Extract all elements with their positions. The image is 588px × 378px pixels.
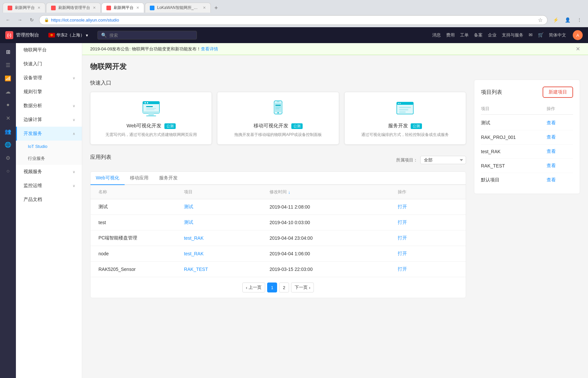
tab-close-2[interactable]: ✕	[93, 6, 96, 10]
extensions-button[interactable]: ⚡	[550, 15, 561, 25]
menu-button[interactable]: ⋮	[574, 15, 585, 25]
nav-email-icon[interactable]: ✉	[529, 32, 533, 38]
proj-row3-action[interactable]: 查看	[547, 149, 573, 155]
col-header-name: 名称	[98, 189, 184, 195]
tab-close-3[interactable]: ✕	[136, 6, 139, 10]
sidebar-label-data-analysis: 数据分析	[24, 103, 42, 109]
row5-action[interactable]: 打开	[398, 266, 458, 272]
quick-card-service[interactable]: 服务开发 公测 通过可视化编排的方式，轻松控制设备或生成服务	[344, 92, 466, 145]
tab-close-1[interactable]: ✕	[37, 6, 40, 10]
sidebar-item-docs[interactable]: 产品文档	[16, 193, 82, 207]
row5-project[interactable]: RAK_TEST	[184, 267, 269, 272]
sidebar-item-monitor[interactable]: 监控运维 ∨	[16, 179, 82, 193]
row2-project[interactable]: 测试	[184, 220, 269, 225]
row1-project[interactable]: 测试	[184, 204, 269, 210]
sidebar-icon-circle[interactable]: ○	[2, 165, 14, 177]
user-button[interactable]: 👤	[562, 15, 573, 25]
tab-web-viz[interactable]: Web可视化	[90, 172, 125, 185]
nav-cart-icon[interactable]: 🛒	[538, 32, 544, 38]
sidebar-icon-grid[interactable]: ⊞	[2, 46, 14, 58]
row2-action[interactable]: 打开	[398, 220, 458, 225]
quick-card-web[interactable]: Web可视化开发 公测 无需写代码，通过可视化的方式搭建物联网网页应用	[90, 92, 212, 145]
row1-action[interactable]: 打开	[398, 204, 458, 210]
chevron-video: ∨	[73, 170, 75, 174]
sidebar-item-data-analysis[interactable]: 数据分析 ∨	[16, 99, 82, 113]
nav-language[interactable]: 简体中文	[549, 32, 566, 38]
sidebar-icon-globe[interactable]: 🌐	[2, 139, 14, 151]
proj-row2-action[interactable]: 查看	[547, 134, 573, 140]
sidebar-icon-settings[interactable]: ⚙	[2, 152, 14, 164]
nav-enterprise[interactable]: 企业	[488, 32, 497, 38]
lock-icon: 🔒	[44, 18, 49, 22]
row4-name: node	[98, 251, 184, 256]
tab-service-dev[interactable]: 服务开发	[154, 172, 183, 185]
page-2-button[interactable]: 2	[279, 283, 289, 292]
sidebar-icon-dot[interactable]: ●	[2, 99, 14, 111]
refresh-button[interactable]: ↻	[27, 15, 36, 25]
sidebar-icon-x[interactable]: ✕	[2, 112, 14, 124]
forward-button[interactable]: →	[15, 15, 25, 25]
svg-rect-19	[399, 107, 411, 108]
tab-close-4[interactable]: ✕	[203, 6, 206, 10]
sidebar-section: 物联网平台 快速入门 设备管理 ∨ 规则引擎 数据分析 ∨ 边缘计算	[16, 43, 82, 207]
web-card-icon	[141, 99, 161, 119]
logo-icon: (-)	[5, 31, 13, 39]
nav-cost[interactable]: 费用	[446, 32, 455, 38]
search-box[interactable]: 🔍	[97, 31, 197, 39]
col-header-project: 项目	[184, 189, 269, 195]
row4-project[interactable]: test_RAK	[184, 251, 269, 256]
sidebar-icon-wifi[interactable]: 📶	[2, 72, 14, 84]
sidebar-item-industry-service[interactable]: 行业服务	[16, 152, 82, 165]
table-row: 测试 测试 2019-04-11 2:08:00 打开	[90, 199, 466, 215]
row3-project[interactable]: test_RAK	[184, 235, 269, 241]
sidebar-item-dev-service[interactable]: 开发服务 ∧	[16, 127, 82, 141]
next-page-button[interactable]: 下一页 ›	[291, 283, 314, 292]
prev-page-button[interactable]: ‹ 上一页	[242, 283, 265, 292]
user-avatar[interactable]: A	[573, 30, 583, 40]
table-row: test 测试 2019-04-10 0:03:00 打开	[90, 215, 466, 230]
announcement-close[interactable]: ✕	[576, 46, 580, 52]
tab-4[interactable]: LoKaWAN智能网所_服住实我... ✕	[145, 3, 211, 13]
sidebar-item-iot-studio[interactable]: IoT Studio	[16, 141, 82, 152]
announcement-link[interactable]: 查看详情	[201, 46, 218, 52]
nav-ticket[interactable]: 工单	[460, 32, 469, 38]
new-project-button[interactable]: 新建项目	[543, 87, 573, 98]
proj-row1-action[interactable]: 查看	[547, 120, 573, 126]
sidebar-item-quickstart[interactable]: 快速入门	[16, 57, 82, 71]
tab-2[interactable]: 刷新网络管理平台 ✕	[46, 3, 101, 13]
back-button[interactable]: ←	[3, 15, 13, 25]
tab-mobile-app[interactable]: 移动应用	[125, 172, 154, 185]
sidebar-icon-menu[interactable]: ☰	[2, 59, 14, 71]
url-bar[interactable]: 🔒 https://iot.console.aliyun.com/studio …	[39, 15, 548, 25]
filter-select[interactable]: 全部 测试 RAK_PROJ_001 test_RAK RAK_TEST 默认项…	[420, 156, 466, 164]
sidebar-item-video[interactable]: 视频服务 ∨	[16, 165, 82, 179]
row4-action[interactable]: 打开	[398, 251, 458, 257]
sidebar-item-device-mgmt[interactable]: 设备管理 ∨	[16, 71, 82, 85]
proj-row5-action[interactable]: 查看	[547, 177, 573, 183]
nav-icp[interactable]: 备案	[474, 32, 483, 38]
proj-row4-action[interactable]: 查看	[547, 163, 573, 169]
project-row: 测试 查看	[481, 116, 573, 130]
svg-point-22	[398, 103, 399, 104]
app-layout: (-) 管理控制台 中 华东2（上海） ▾ 🔍 消息 费用 工单 备案 企业 支…	[0, 27, 588, 378]
tab-1[interactable]: 刷新网平台 ✕	[3, 3, 45, 13]
web-card-badge: 公测	[164, 123, 176, 129]
sidebar-item-iot-platform[interactable]: 物联网平台	[16, 43, 82, 57]
page-1-button[interactable]: 1	[267, 283, 277, 292]
sidebar-item-edge-compute[interactable]: 边缘计算 ∨	[16, 113, 82, 127]
nav-support[interactable]: 支持与服务	[502, 32, 523, 38]
search-input[interactable]	[109, 33, 193, 38]
sidebar-item-rules[interactable]: 规则引擎	[16, 85, 82, 99]
sidebar-icon-users[interactable]: 👥	[2, 125, 14, 137]
nav-message[interactable]: 消息	[432, 32, 441, 38]
tab-3[interactable]: 刷新网平台 ✕	[101, 3, 144, 13]
tab-add-button[interactable]: +	[211, 3, 221, 13]
sidebar-icon-cloud[interactable]: ☁	[2, 86, 14, 97]
col-header-modified[interactable]: 修改时间 ↓	[269, 189, 398, 195]
quick-card-mobile[interactable]: 移动可视化开发 公测 拖拽开发基于移动端的物联网APP或设备控制面板	[217, 92, 339, 145]
row4-modified: 2019-04-04 1:06:00	[269, 251, 398, 256]
row3-action[interactable]: 打开	[398, 235, 458, 241]
bookmark-icon[interactable]: ☆	[538, 17, 543, 23]
quick-cards: Web可视化开发 公测 无需写代码，通过可视化的方式搭建物联网网页应用	[90, 92, 466, 145]
region-selector[interactable]: 中 华东2（上海） ▾	[46, 31, 91, 39]
